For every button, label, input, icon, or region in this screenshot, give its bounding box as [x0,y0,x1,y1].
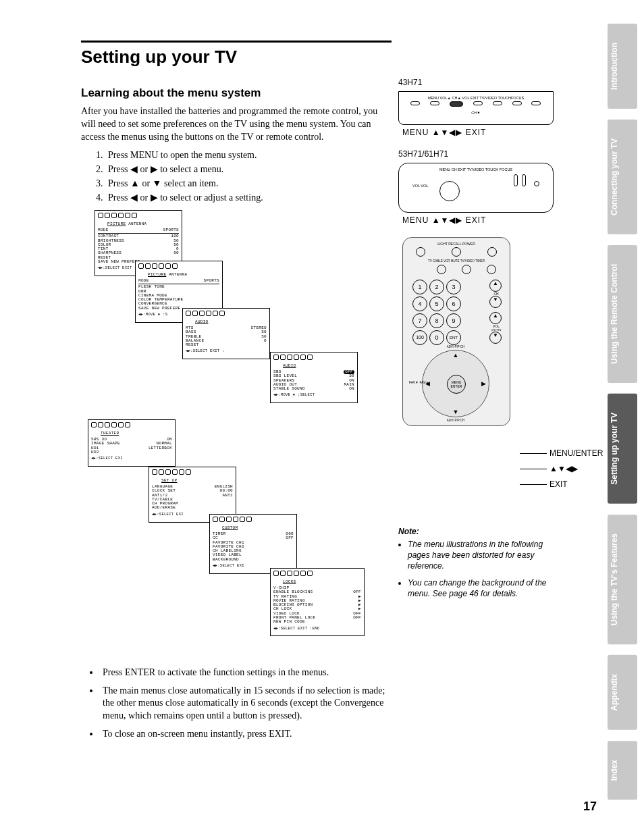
menu-title: AUDIO [195,320,209,324]
setup-steps: Press MENU to open the menu system. Pres… [105,148,392,205]
menu-theater: THEATER SRS 3DON IMAGE SHAPENORMAL HD1LE… [88,419,176,467]
menu-title: SET UP [161,479,177,483]
panel-button [493,101,502,105]
front-panel-53h71: MENU CH EXIT TV/VIDEO TOUCH FOCUS VOL VO… [398,163,554,213]
model-label-53h71: 53H71/61H71 [398,149,567,159]
light-button-icon [416,247,425,257]
panel-button [534,181,539,186]
menu-diagram: PICTURE ANTENNA MODESPORTS CONTRAST100 B… [81,210,365,662]
panel-button [450,101,463,107]
adv-label: ADV/ PIP CH [423,419,489,422]
panel-labels: VOL VOL [412,184,512,188]
step-item: Press ▲ or ▼ select an item. [105,176,392,190]
remote-label: TV CABLE VCR MUTE TV/VIDEO TIMER [408,259,504,263]
menu-title: AUDIO [283,364,296,368]
chrtn-label: CH RTN [489,328,503,332]
tvvideo-button-icon [462,265,471,274]
post-notes: Press ENTER to activate the function set… [100,667,392,741]
keypad-0: 0 [429,330,444,345]
note-heading: Note: [398,527,567,536]
section-heading: Learning about the menu system [81,86,392,100]
panel-button [430,101,439,105]
remote-label: LIGHT RECALL POWER [408,242,504,246]
step-item: Press MENU to open the menu system. [105,148,392,162]
keypad-3: 3 [446,280,461,294]
ch-label: CH [489,292,503,296]
menu-tab: ANTENNA [128,221,146,226]
panel-caption-2: MENU ▲▼◀▶ EXIT [402,215,567,225]
menu-locks: LOCKS V-CHIP ENABLE BLOCKINGOFF TV RATIN… [270,568,365,637]
callout-arrows: ▲▼◀▶ [549,464,578,473]
fav-labels: FAV▼ FAV▲ [409,380,502,384]
keypad-2: 2 [429,280,444,294]
top-rule [81,41,392,43]
panel-button [473,101,483,105]
post-note-item: To close an on-screen menu instantly, pr… [100,728,392,741]
keypad-7: 7 [412,313,427,328]
recall-button-icon [452,247,461,257]
keypad-4: 4 [412,296,427,311]
menu-title: PICTURE [148,273,166,277]
note-item: The menu illustrations in the following … [408,539,567,572]
callout-menu-enter: MENU/ENTER [549,448,603,458]
tab-appendix[interactable]: Appendix [608,655,637,730]
intro-paragraph: After you have installed the batteries a… [81,105,392,144]
page-heading: Setting up your TV [81,47,392,68]
menu-title: CUSTOM [222,526,238,530]
adv-label: ADV/ PIP CH [423,345,489,348]
note-item: You can change the background of the men… [408,577,567,599]
step-item: Press ◀ or ▶ to select a menu. [105,162,392,176]
tab-introduction[interactable]: Introduction [608,24,637,109]
tab-connecting[interactable]: Connecting your TV [608,120,637,234]
keypad-6: 6 [446,296,461,311]
tab-features[interactable]: Using the TV's Features [608,515,637,644]
page-number: 17 [583,800,597,814]
keypad-9: 9 [446,313,461,328]
callout-exit: EXIT [549,479,568,489]
power-button-icon [487,247,497,257]
remote-illustration: LIGHT RECALL POWER TV CABLE VCR MUTE TV/… [402,237,510,426]
menu-title: PICTURE [107,222,126,226]
menu-enter-button: MENU ENTER [447,375,466,394]
panel-button [522,174,526,186]
menu-title: LOCKS [283,580,296,584]
menu-tab: ANTENNA [169,272,187,277]
panel-button [514,174,518,186]
step-item: Press ◀ or ▶ to select or adjust a setti… [105,190,392,205]
post-note-item: The main menus close automatically in 15… [100,685,392,723]
panel-dpad-icon [439,181,460,201]
model-label-43h71: 43H71 [398,78,567,87]
post-note-item: Press ENTER to activate the function set… [100,667,392,679]
panel-labels: MENU CH EXIT TV/VIDEO TOUCH FOCUS [403,167,549,172]
tab-remote-control[interactable]: Using the Remote Control [608,245,637,383]
dpad-ring: MENU ENTER ▲ ▼ ◀ ▶ ADV/ PIP CH ADV/ PIP … [422,350,489,417]
tab-index[interactable]: Index [608,741,637,800]
panel-button [531,101,541,105]
panel-labels: MENU VOL▲ CH▲ VOL EXIT TV/VIDEO TOUCHFOC… [403,96,549,100]
keypad-100: 100 [412,330,427,345]
menu-title: THEATER [101,432,119,436]
panel-label: CH▼ [399,111,553,115]
panel-caption-1: MENU ▲▼◀▶ EXIT [402,128,567,137]
front-panel-43h71: MENU VOL▲ CH▲ VOL EXIT TV/VIDEO TOUCHFOC… [398,91,554,125]
panel-button [512,101,522,105]
tab-setting-up[interactable]: Setting up your TV [608,394,637,504]
side-tabs: Introduction Connecting your TV Using th… [608,24,637,800]
timer-button-icon [487,265,496,274]
keypad-1: 1 [412,280,427,294]
note-block: Note: The menu illustrations in the foll… [398,527,567,604]
keypad-8: 8 [429,313,444,328]
mute-button-icon [437,265,446,274]
panel-button [410,101,420,105]
keypad-5: 5 [429,296,444,311]
menu-audio-2: AUDIO SBSOFF SBS LEVEL50 SPEAKERSON AUDI… [270,352,358,404]
menu-custom: CUSTOM TIMER000 CCOFF FAVORITE CH1 FAVOR… [209,514,297,574]
menu-audio-1: AUDIO MTSSTEREO BASS50 TREBLE50 BALANCE0… [182,308,270,360]
keypad-ent: ENT [446,330,461,345]
